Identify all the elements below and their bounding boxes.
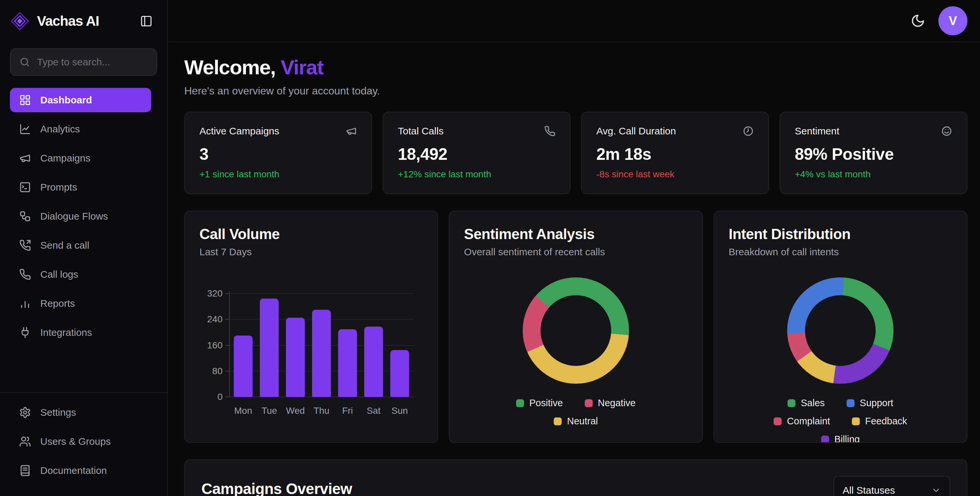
sidebar-item-label: Dashboard [40, 94, 92, 106]
gridline [230, 293, 414, 294]
legend-label: Feedback [865, 416, 907, 427]
y-tick-label: 320 [207, 288, 223, 299]
legend-chip [788, 399, 795, 407]
sentiment-donut-chart [523, 277, 629, 384]
gear-icon [19, 407, 31, 418]
legend-chip [554, 417, 562, 425]
legend-label: Billing [834, 434, 860, 443]
y-tick-label: 240 [207, 314, 223, 324]
book-icon [19, 465, 31, 477]
stat-delta: +1 since last month [199, 169, 357, 180]
legend-label: Sales [801, 397, 825, 409]
intent-legend: SalesSupportComplaintFeedbackBilling [729, 397, 952, 443]
chart-title: Sentiment Analysis [464, 226, 687, 242]
legend-item: Billing [821, 434, 860, 443]
avatar-initial: V [949, 14, 957, 28]
search-box[interactable] [10, 48, 157, 76]
chart-subtitle: Last 7 Days [199, 246, 423, 258]
sidebar-item-analytics[interactable]: Analytics [10, 117, 151, 141]
sidebar-item-reports[interactable]: Reports [10, 291, 151, 316]
sidebar-item-campaigns[interactable]: Campaigns [10, 146, 151, 170]
sidebar-item-dialogue-flows[interactable]: Dialogue Flows [10, 204, 151, 229]
sidebar-item-documentation[interactable]: Documentation [10, 458, 151, 483]
y-tick-label: 80 [212, 366, 223, 377]
legend-item: Complaint [774, 416, 830, 427]
bar-chart-icon [19, 297, 31, 309]
chevron-down-icon [931, 485, 941, 495]
intent-distribution-card: Intent Distribution Breakdown of call in… [714, 211, 967, 443]
sidebar-footer: Settings Users & Groups Documentation [0, 392, 167, 496]
app-title: Vachas AI [37, 13, 132, 29]
sidebar: Vachas AI Dashboard Analytic [0, 0, 168, 496]
x-tick-label: Sun [390, 405, 409, 416]
stat-card-active-campaigns: Active Campaigns 3 +1 since last month [184, 111, 372, 194]
axis-tick [225, 345, 229, 346]
bar-sun [390, 350, 409, 397]
search-icon [19, 56, 30, 68]
x-tick-label: Thu [312, 405, 331, 416]
smile-icon [941, 126, 952, 137]
sentiment-analysis-card: Sentiment Analysis Overall sentiment of … [449, 211, 703, 443]
sidebar-toggle-button[interactable] [140, 15, 153, 27]
main-area: V Welcome, Virat Here's an overview of y… [168, 0, 980, 496]
sidebar-item-label: Prompts [40, 181, 77, 193]
bar-fri [338, 329, 357, 397]
bar-mon [234, 335, 253, 397]
chart-title: Intent Distribution [729, 226, 952, 242]
moon-icon [911, 14, 925, 28]
clock-icon [743, 126, 754, 137]
search-input[interactable] [37, 56, 164, 68]
stat-value: 89% Positive [795, 145, 952, 164]
stat-delta: +12% since last month [398, 169, 555, 180]
logo-diamond-icon [11, 12, 29, 30]
y-axis-line [229, 291, 230, 397]
sidebar-item-users-groups[interactable]: Users & Groups [10, 429, 151, 454]
phone-outgoing-icon [19, 239, 31, 251]
legend-item: Negative [585, 397, 636, 409]
sidebar-item-label: Campaigns [40, 153, 91, 164]
sidebar-item-call-logs[interactable]: Call logs [10, 262, 151, 287]
legend-item: Sales [788, 397, 825, 409]
workflow-icon [19, 210, 31, 222]
stat-value: 2m 18s [596, 145, 754, 164]
legend-label: Positive [529, 397, 563, 409]
legend-label: Negative [598, 397, 636, 409]
axis-tick [225, 319, 229, 320]
welcome-username: Virat [281, 56, 323, 79]
campaigns-overview-card: Campaigns Overview A summary of your rec… [184, 459, 967, 496]
legend-row: Neutral [554, 416, 598, 427]
theme-toggle-button[interactable] [911, 14, 925, 28]
sidebar-item-dashboard[interactable]: Dashboard [10, 88, 151, 112]
legend-item: Feedback [852, 416, 907, 427]
legend-row: Billing [821, 434, 860, 443]
sidebar-item-label: Documentation [40, 465, 107, 476]
legend-label: Support [860, 397, 894, 409]
sidebar-item-prompts[interactable]: Prompts [10, 175, 151, 199]
page-subtitle: Here's an overview of your account today… [184, 85, 967, 97]
dashboard-grid-icon [19, 94, 31, 106]
users-icon [19, 436, 31, 447]
avatar[interactable]: V [939, 6, 967, 35]
sidebar-item-send-a-call[interactable]: Send a call [10, 233, 151, 258]
dashboard-content: Welcome, Virat Here's an overview of you… [168, 42, 980, 496]
x-tick-label: Wed [286, 405, 305, 416]
status-filter-select[interactable]: All Statuses [834, 476, 950, 496]
legend-item: Support [846, 397, 894, 409]
y-tick-label: 0 [217, 392, 223, 402]
sidebar-item-label: Settings [40, 407, 76, 418]
legend-row: ComplaintFeedback [774, 416, 907, 427]
stat-label: Total Calls [398, 126, 444, 137]
sidebar-item-label: Users & Groups [40, 436, 111, 447]
sidebar-item-settings[interactable]: Settings [10, 400, 151, 424]
legend-chip [516, 399, 524, 407]
sidebar-item-label: Call logs [40, 269, 78, 280]
megaphone-icon [19, 152, 31, 164]
page-title: Welcome, Virat [184, 56, 967, 79]
legend-row: PositiveNegative [516, 397, 636, 409]
axis-tick [225, 371, 229, 372]
y-tick-label: 160 [207, 340, 223, 351]
sidebar-item-integrations[interactable]: Integrations [10, 320, 151, 345]
stat-card-avg-call-duration: Avg. Call Duration 2m 18s -8s since last… [581, 111, 769, 194]
sidebar-item-label: Analytics [40, 124, 80, 135]
chart-subtitle: Breakdown of call intents [729, 246, 952, 258]
